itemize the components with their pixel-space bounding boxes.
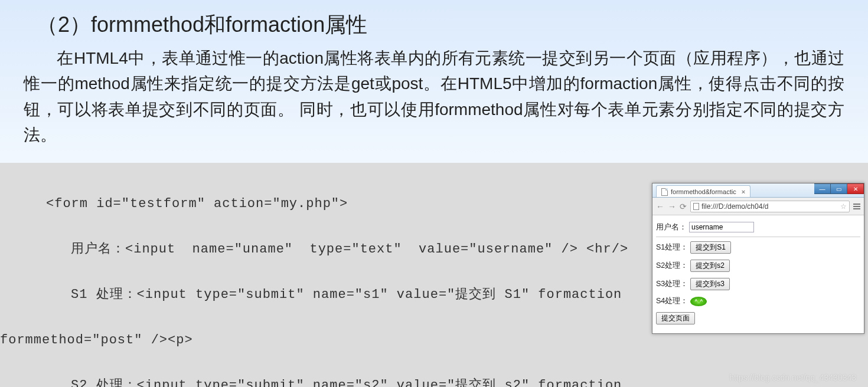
play-image-button[interactable]: ^_^: [690, 297, 707, 306]
browser-preview-window: formmethod&formactic × — ▭ ✕ ← → ⟳ file:…: [652, 183, 864, 334]
label-s3: S3处理：: [656, 279, 688, 289]
close-tab-icon[interactable]: ×: [742, 188, 745, 195]
menu-icon[interactable]: [853, 204, 860, 209]
reload-icon[interactable]: ⟳: [680, 202, 687, 211]
document-icon: [693, 203, 699, 210]
forward-icon[interactable]: →: [668, 202, 676, 211]
submit-s1-button[interactable]: 提交到S1: [690, 241, 731, 254]
section-heading: （2）formmethod和formaction属性: [0, 0, 868, 40]
url-input[interactable]: file:///D:/demo/ch04/d ☆: [690, 201, 850, 212]
rendered-page: 用户名： S1处理： 提交到S1 S2处理： 提交到s2 S3处理： 提交到s3…: [652, 215, 864, 333]
bookmark-star-icon[interactable]: ☆: [840, 202, 847, 211]
page-icon: [661, 188, 668, 196]
browser-titlebar: formmethod&formactic × — ▭ ✕: [652, 183, 864, 198]
paragraph-text: 在HTML4中，表单通过惟一的action属性将表单内的所有元素统一提交到另一个…: [24, 49, 844, 144]
close-window-button[interactable]: ✕: [847, 183, 864, 194]
username-input[interactable]: [689, 222, 754, 232]
url-text: file:///D:/demo/ch04/d: [701, 202, 768, 211]
submit-page-button[interactable]: 提交页面: [656, 312, 695, 324]
label-s4: S4处理：: [656, 296, 688, 306]
back-icon[interactable]: ←: [656, 202, 664, 211]
browser-tab[interactable]: formmethod&formactic ×: [656, 185, 750, 197]
divider: [656, 237, 860, 237]
tab-title: formmethod&formactic: [671, 188, 736, 195]
maximize-button[interactable]: ▭: [831, 183, 847, 194]
submit-s2-button[interactable]: 提交到s2: [690, 260, 730, 272]
label-s1: S1处理：: [656, 242, 688, 252]
body-paragraph: 在HTML4中，表单通过惟一的action属性将表单内的所有元素统一提交到另一个…: [0, 40, 868, 148]
browser-address-bar: ← → ⟳ file:///D:/demo/ch04/d ☆: [652, 198, 864, 215]
submit-s3-button[interactable]: 提交到s3: [690, 278, 730, 290]
minimize-button[interactable]: —: [814, 183, 831, 194]
label-username: 用户名：: [656, 222, 687, 232]
watermark: https://blog.csdn.net/qq_43430343: [729, 373, 856, 382]
label-s2: S2处理：: [656, 261, 688, 271]
